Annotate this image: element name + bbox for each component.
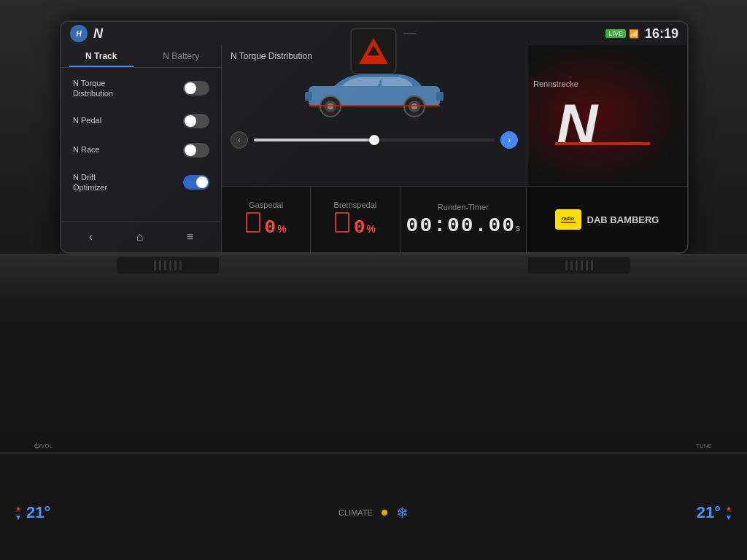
- gaspedal-label: Gaspedal: [249, 201, 283, 209]
- torque-slider-area: ‹ ›: [231, 131, 518, 149]
- left-panel: N Track N Battery N Torque Distribution …: [61, 45, 222, 252]
- tab-n-track[interactable]: N Track: [61, 45, 142, 67]
- gaspedal-unit: %: [277, 223, 286, 235]
- timer-value: 00:00.00: [406, 214, 516, 237]
- car-visual: [231, 67, 518, 125]
- svg-text:N: N: [557, 92, 599, 149]
- back-button[interactable]: ‹: [83, 228, 98, 246]
- vent-slot: [581, 260, 583, 271]
- svg-rect-10: [305, 92, 312, 101]
- gaspedal-cell: Gaspedal 0 %: [222, 187, 311, 252]
- n-drift-label: N Drift Optimizer: [73, 172, 107, 193]
- bremspedal-value-group: 0 %: [335, 212, 376, 238]
- vent-slot: [565, 260, 568, 271]
- torque-slider[interactable]: [254, 139, 495, 141]
- radio-cell: — — radio DAB BAMBERG: [527, 187, 687, 252]
- hyundai-logo-icon: H: [70, 25, 88, 42]
- bottom-nav: ‹ ⌂ ≡: [61, 221, 221, 252]
- timer-unit: s: [516, 223, 520, 233]
- vent-slot: [179, 260, 182, 271]
- tune-label: TUNE: [683, 443, 725, 449]
- temp-right-value: 21°: [697, 503, 721, 522]
- lower-dash: ▲ ▼ 21° CLIMATE ❄ 21° ▲ ▼: [0, 452, 747, 560]
- temp-arrows-right: ▲ ▼: [725, 504, 732, 521]
- svg-text:H: H: [76, 30, 82, 38]
- top-bar-left: H N: [70, 25, 102, 42]
- climate-dot: [382, 510, 387, 516]
- menu-button[interactable]: ≡: [181, 228, 199, 246]
- timer-value-group: 00:00.00 s: [406, 214, 520, 237]
- n-race-label: N Race: [73, 144, 100, 155]
- vol-label: ⏻/VOL: [22, 443, 64, 449]
- main-content: N Track N Battery N Torque Distribution …: [61, 45, 687, 252]
- vent-slot: [591, 260, 593, 271]
- svg-rect-13: [555, 142, 650, 145]
- temp-down-right-button[interactable]: ▼: [725, 513, 732, 521]
- vent-slot: [164, 260, 166, 271]
- n-logo-rennstrecke: N: [549, 91, 666, 152]
- bremspedal-unit: %: [367, 223, 376, 235]
- signal-icon: 📶: [629, 29, 639, 39]
- dashboard-top-strip: [0, 254, 747, 298]
- n-torque-distribution-label: N Torque Distribution: [73, 78, 113, 99]
- n-pedal-toggle[interactable]: [183, 114, 209, 128]
- vent-left: [117, 257, 219, 273]
- menu-items-list: N Torque Distribution N Pedal N Race N D…: [61, 68, 221, 221]
- vent-slot: [169, 260, 171, 271]
- right-panel: N Torque Distribution: [222, 45, 687, 252]
- vent-slot: [570, 260, 573, 271]
- n-race-toggle[interactable]: [183, 143, 209, 158]
- timer-label: Runden-Timer: [438, 203, 489, 211]
- slider-left-button[interactable]: ‹: [231, 131, 248, 149]
- temp-arrows-left: ▲ ▼: [15, 504, 22, 521]
- top-bar-right: LIVE 📶 16:19: [605, 26, 678, 42]
- tab-bar: N Track N Battery: [61, 45, 221, 68]
- runden-timer-cell: Runden-Timer 00:00.00 s: [400, 187, 527, 252]
- home-button[interactable]: ⌂: [131, 228, 150, 246]
- list-item[interactable]: N Pedal: [61, 106, 221, 136]
- temp-down-left-button[interactable]: ▼: [15, 513, 22, 521]
- temp-up-left-button[interactable]: ▲: [15, 504, 22, 512]
- climate-temp-right: 21° ▲ ▼: [697, 503, 732, 522]
- clock-display: 16:19: [645, 26, 678, 42]
- n-brand-logo: N: [93, 26, 102, 42]
- radio-logo: radio: [555, 209, 581, 230]
- slider-right-button[interactable]: ›: [500, 131, 518, 149]
- vent-slot: [174, 260, 177, 271]
- list-item[interactable]: N Drift Optimizer: [61, 165, 221, 201]
- vent-slot: [576, 260, 578, 271]
- vent-slot: [159, 260, 161, 271]
- vent-slot: [154, 260, 156, 271]
- list-item[interactable]: N Torque Distribution: [61, 71, 221, 106]
- gaspedal-value: 0: [265, 217, 276, 238]
- bremspedal-cell: Bremspedal 0 %: [311, 187, 400, 252]
- n-pedal-label: N Pedal: [73, 115, 101, 125]
- n-drift-toggle[interactable]: [183, 175, 209, 190]
- brake-bar-indicator: [335, 212, 349, 233]
- n-logo-svg: N: [549, 91, 666, 149]
- list-item[interactable]: N Race: [61, 136, 221, 165]
- live-indicator: LIVE: [605, 29, 626, 38]
- climate-strip: ▲ ▼ 21° CLIMATE ❄ 21° ▲ ▼: [0, 494, 747, 531]
- svg-rect-11: [436, 92, 444, 101]
- svg-rect-9: [309, 105, 440, 106]
- torque-section: N Torque Distribution: [222, 45, 687, 187]
- climate-label: CLIMATE: [338, 508, 373, 517]
- vent-right: [528, 257, 630, 273]
- hazard-triangle-icon: [359, 38, 388, 64]
- bottom-data-row: Gaspedal 0 % Bremspedal 0 %: [222, 187, 687, 252]
- bremspedal-value: 0: [354, 217, 365, 238]
- tab-n-battery[interactable]: N Battery: [142, 45, 222, 67]
- status-icons: LIVE 📶: [605, 29, 639, 39]
- climate-center: CLIMATE ❄: [338, 504, 409, 521]
- vent-slot: [586, 260, 588, 271]
- gas-bar-indicator: [246, 212, 260, 233]
- temp-up-right-button[interactable]: ▲: [725, 504, 732, 512]
- bremspedal-label: Bremspedal: [334, 201, 377, 209]
- rennstrecke-section: Rennstrecke N: [527, 45, 687, 186]
- n-torque-toggle[interactable]: [183, 81, 209, 96]
- car-svg: [294, 70, 454, 122]
- temp-left-value: 21°: [26, 503, 50, 522]
- hazard-button[interactable]: [350, 28, 397, 74]
- rennstrecke-label: Rennstrecke: [533, 79, 578, 88]
